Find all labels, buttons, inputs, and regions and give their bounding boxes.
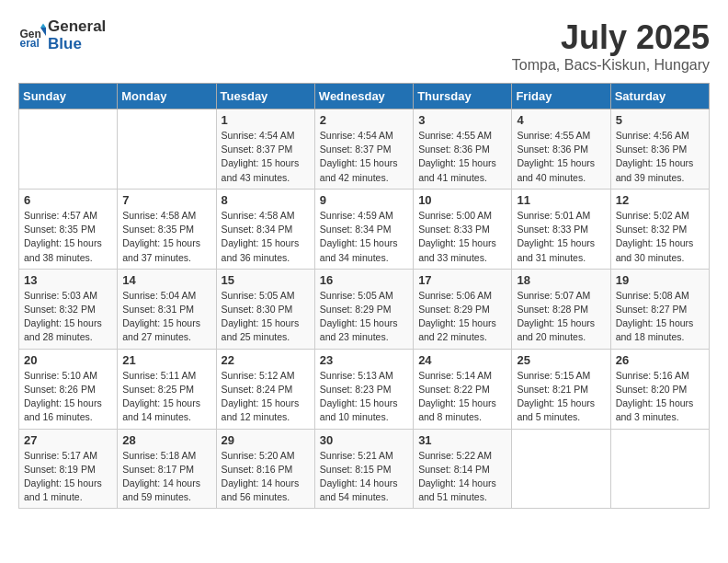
day-info: Sunrise: 5:00 AM Sunset: 8:33 PM Dayligh… — [418, 209, 506, 265]
day-info: Sunrise: 5:08 AM Sunset: 8:27 PM Dayligh… — [616, 289, 704, 345]
day-info: Sunrise: 4:54 AM Sunset: 8:37 PM Dayligh… — [222, 129, 310, 185]
day-number: 2 — [320, 113, 408, 127]
column-header-monday: Monday — [118, 84, 216, 109]
calendar-cell: 17Sunrise: 5:06 AM Sunset: 8:29 PM Dayli… — [414, 269, 512, 349]
day-number: 14 — [122, 273, 210, 287]
calendar-week-row: 13Sunrise: 5:03 AM Sunset: 8:32 PM Dayli… — [19, 269, 710, 349]
column-header-saturday: Saturday — [610, 84, 709, 109]
calendar-cell: 29Sunrise: 5:20 AM Sunset: 8:16 PM Dayli… — [216, 429, 314, 509]
calendar-week-row: 20Sunrise: 5:10 AM Sunset: 8:26 PM Dayli… — [19, 349, 710, 429]
calendar-cell: 31Sunrise: 5:22 AM Sunset: 8:14 PM Dayli… — [414, 429, 512, 509]
day-number: 22 — [222, 353, 310, 367]
column-header-sunday: Sunday — [19, 84, 118, 109]
day-number: 25 — [517, 353, 605, 367]
day-info: Sunrise: 5:13 AM Sunset: 8:23 PM Dayligh… — [320, 369, 408, 425]
calendar-cell — [512, 429, 610, 509]
calendar-cell: 23Sunrise: 5:13 AM Sunset: 8:23 PM Dayli… — [314, 349, 413, 429]
day-info: Sunrise: 5:22 AM Sunset: 8:14 PM Dayligh… — [418, 449, 506, 505]
calendar-cell: 16Sunrise: 5:05 AM Sunset: 8:29 PM Dayli… — [314, 269, 413, 349]
day-info: Sunrise: 5:03 AM Sunset: 8:32 PM Dayligh… — [24, 289, 112, 345]
day-number: 5 — [616, 113, 704, 127]
day-info: Sunrise: 5:02 AM Sunset: 8:32 PM Dayligh… — [616, 209, 704, 265]
day-number: 15 — [222, 273, 310, 287]
day-number: 6 — [24, 193, 112, 207]
day-number: 20 — [24, 353, 112, 367]
day-number: 16 — [320, 273, 408, 287]
calendar-cell: 2Sunrise: 4:54 AM Sunset: 8:37 PM Daylig… — [314, 109, 413, 190]
day-number: 30 — [320, 433, 408, 447]
column-header-friday: Friday — [512, 84, 610, 109]
day-info: Sunrise: 5:05 AM Sunset: 8:29 PM Dayligh… — [320, 289, 408, 345]
calendar-week-row: 6Sunrise: 4:57 AM Sunset: 8:35 PM Daylig… — [19, 189, 710, 269]
calendar-cell: 5Sunrise: 4:56 AM Sunset: 8:36 PM Daylig… — [610, 109, 709, 190]
calendar-cell: 30Sunrise: 5:21 AM Sunset: 8:15 PM Dayli… — [314, 429, 413, 509]
calendar-cell: 11Sunrise: 5:01 AM Sunset: 8:33 PM Dayli… — [512, 189, 610, 269]
day-info: Sunrise: 4:56 AM Sunset: 8:36 PM Dayligh… — [616, 129, 704, 185]
logo-icon: Gen eral — [18, 22, 46, 50]
day-info: Sunrise: 5:21 AM Sunset: 8:15 PM Dayligh… — [320, 449, 408, 505]
calendar-cell: 7Sunrise: 4:58 AM Sunset: 8:35 PM Daylig… — [118, 189, 216, 269]
day-info: Sunrise: 5:12 AM Sunset: 8:24 PM Dayligh… — [222, 369, 310, 425]
calendar-cell: 6Sunrise: 4:57 AM Sunset: 8:35 PM Daylig… — [19, 189, 118, 269]
calendar-header-row: SundayMondayTuesdayWednesdayThursdayFrid… — [19, 84, 710, 109]
day-number: 31 — [418, 433, 506, 447]
calendar-cell: 13Sunrise: 5:03 AM Sunset: 8:32 PM Dayli… — [19, 269, 118, 349]
page-subtitle: Tompa, Bacs-Kiskun, Hungary — [512, 57, 710, 74]
day-number: 28 — [122, 433, 210, 447]
calendar-cell: 20Sunrise: 5:10 AM Sunset: 8:26 PM Dayli… — [19, 349, 118, 429]
day-info: Sunrise: 5:16 AM Sunset: 8:20 PM Dayligh… — [616, 369, 704, 425]
logo: Gen eral General Blue — [18, 18, 106, 52]
day-number: 11 — [517, 193, 605, 207]
day-info: Sunrise: 4:54 AM Sunset: 8:37 PM Dayligh… — [320, 129, 408, 185]
day-number: 1 — [222, 113, 310, 127]
day-number: 12 — [616, 193, 704, 207]
calendar-cell: 28Sunrise: 5:18 AM Sunset: 8:17 PM Dayli… — [118, 429, 216, 509]
day-number: 4 — [517, 113, 605, 127]
header: Gen eral General Blue July 2025 Tompa, B… — [18, 18, 710, 74]
day-number: 9 — [320, 193, 408, 207]
day-info: Sunrise: 5:18 AM Sunset: 8:17 PM Dayligh… — [122, 449, 210, 505]
calendar-cell: 25Sunrise: 5:15 AM Sunset: 8:21 PM Dayli… — [512, 349, 610, 429]
calendar-cell: 19Sunrise: 5:08 AM Sunset: 8:27 PM Dayli… — [610, 269, 709, 349]
day-info: Sunrise: 5:14 AM Sunset: 8:22 PM Dayligh… — [418, 369, 506, 425]
svg-marker-3 — [40, 23, 46, 28]
day-info: Sunrise: 5:06 AM Sunset: 8:29 PM Dayligh… — [418, 289, 506, 345]
calendar-cell — [19, 109, 118, 190]
day-info: Sunrise: 5:10 AM Sunset: 8:26 PM Dayligh… — [24, 369, 112, 425]
logo-text: General Blue — [48, 18, 106, 52]
day-number: 29 — [222, 433, 310, 447]
day-number: 10 — [418, 193, 506, 207]
day-number: 24 — [418, 353, 506, 367]
day-info: Sunrise: 4:58 AM Sunset: 8:34 PM Dayligh… — [222, 209, 310, 265]
calendar-cell: 10Sunrise: 5:00 AM Sunset: 8:33 PM Dayli… — [414, 189, 512, 269]
calendar-cell: 3Sunrise: 4:55 AM Sunset: 8:36 PM Daylig… — [414, 109, 512, 190]
calendar-week-row: 27Sunrise: 5:17 AM Sunset: 8:19 PM Dayli… — [19, 429, 710, 509]
day-info: Sunrise: 5:07 AM Sunset: 8:28 PM Dayligh… — [517, 289, 605, 345]
day-number: 7 — [122, 193, 210, 207]
day-number: 19 — [616, 273, 704, 287]
page-title: July 2025 — [512, 18, 710, 57]
calendar-cell: 14Sunrise: 5:04 AM Sunset: 8:31 PM Dayli… — [118, 269, 216, 349]
svg-marker-2 — [40, 28, 46, 36]
day-info: Sunrise: 5:04 AM Sunset: 8:31 PM Dayligh… — [122, 289, 210, 345]
svg-text:eral: eral — [20, 37, 40, 50]
calendar-cell: 24Sunrise: 5:14 AM Sunset: 8:22 PM Dayli… — [414, 349, 512, 429]
day-info: Sunrise: 5:05 AM Sunset: 8:30 PM Dayligh… — [222, 289, 310, 345]
day-info: Sunrise: 5:15 AM Sunset: 8:21 PM Dayligh… — [517, 369, 605, 425]
day-number: 3 — [418, 113, 506, 127]
calendar-cell: 26Sunrise: 5:16 AM Sunset: 8:20 PM Dayli… — [610, 349, 709, 429]
day-number: 21 — [122, 353, 210, 367]
calendar-week-row: 1Sunrise: 4:54 AM Sunset: 8:37 PM Daylig… — [19, 109, 710, 190]
calendar-cell: 1Sunrise: 4:54 AM Sunset: 8:37 PM Daylig… — [216, 109, 314, 190]
day-info: Sunrise: 4:57 AM Sunset: 8:35 PM Dayligh… — [24, 209, 112, 265]
logo-blue: Blue — [48, 35, 82, 52]
day-number: 13 — [24, 273, 112, 287]
calendar-cell: 12Sunrise: 5:02 AM Sunset: 8:32 PM Dayli… — [610, 189, 709, 269]
day-info: Sunrise: 5:11 AM Sunset: 8:25 PM Dayligh… — [122, 369, 210, 425]
day-number: 27 — [24, 433, 112, 447]
calendar-cell: 27Sunrise: 5:17 AM Sunset: 8:19 PM Dayli… — [19, 429, 118, 509]
calendar-table: SundayMondayTuesdayWednesdayThursdayFrid… — [18, 83, 710, 509]
day-number: 8 — [222, 193, 310, 207]
day-number: 18 — [517, 273, 605, 287]
day-info: Sunrise: 4:58 AM Sunset: 8:35 PM Dayligh… — [122, 209, 210, 265]
